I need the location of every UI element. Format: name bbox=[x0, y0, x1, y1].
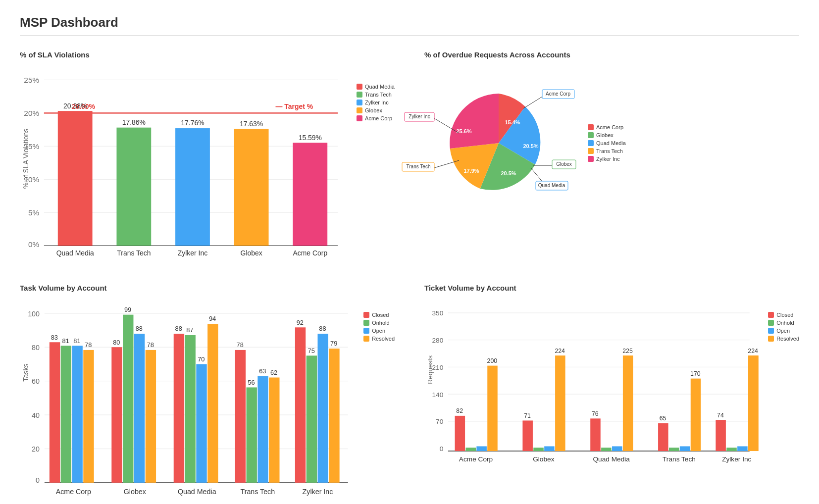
ticket-bar-globex-open bbox=[544, 446, 555, 451]
ticket-bar-quad-closed bbox=[590, 418, 601, 451]
task-chart-title: Task Volume by Account bbox=[20, 284, 395, 292]
ticket-bar-acme-open bbox=[476, 446, 487, 451]
svg-text:20: 20 bbox=[32, 445, 40, 453]
ticket-bar-globex-onhold bbox=[533, 448, 544, 451]
task-bar-zylker-resolved bbox=[329, 349, 339, 483]
svg-text:15.59%: 15.59% bbox=[299, 134, 322, 142]
legend-task-closed: Closed bbox=[363, 312, 395, 318]
svg-text:Globex: Globex bbox=[556, 161, 572, 167]
task-bar-quad-closed bbox=[174, 334, 184, 483]
sla-bar-chart: 25% 20% 15% 10% 5% 0% % of SLA Violation… bbox=[20, 69, 352, 262]
svg-text:5%: 5% bbox=[28, 208, 40, 217]
legend-overdue-trans-tech: Trans Tech bbox=[588, 148, 626, 154]
task-bar-chart: Tasks 100 80 60 40 20 0 bbox=[20, 302, 358, 500]
svg-text:Trans Tech: Trans Tech bbox=[407, 164, 431, 169]
task-bar-zylker-closed bbox=[295, 327, 306, 483]
ticket-bar-acme-resolved bbox=[487, 365, 498, 451]
svg-text:Quad Media: Quad Media bbox=[178, 488, 216, 496]
task-bar-acme-resolved bbox=[83, 350, 94, 483]
legend-quad-media: Quad Media bbox=[357, 84, 395, 90]
bar-zylker-inc bbox=[175, 128, 210, 246]
svg-text:65: 65 bbox=[660, 415, 666, 422]
svg-text:81: 81 bbox=[62, 337, 69, 345]
dashboard: MSP Dashboard % of SLA Violations 25% 20… bbox=[0, 0, 819, 504]
svg-text:Zylker Inc: Zylker Inc bbox=[178, 249, 207, 257]
svg-text:Acme Corp: Acme Corp bbox=[459, 455, 493, 462]
task-bar-trans-onhold bbox=[247, 387, 257, 482]
svg-text:100: 100 bbox=[28, 309, 40, 317]
task-bar-globex-closed bbox=[111, 347, 122, 483]
task-bar-trans-closed bbox=[235, 350, 246, 483]
svg-text:79: 79 bbox=[330, 340, 337, 347]
svg-text:350: 350 bbox=[432, 309, 444, 317]
overdue-pie-chart: 15.4% 20.5% 20.5% 17.9% 25.6% Acme Corp bbox=[424, 69, 573, 217]
legend-task-resolved: Resolved bbox=[363, 336, 395, 342]
task-bar-quad-resolved bbox=[207, 324, 218, 483]
task-bar-globex-onhold bbox=[123, 315, 133, 483]
ticket-bar-quad-onhold bbox=[601, 448, 612, 451]
task-legend: Closed Onhold Open Resolved bbox=[363, 312, 395, 342]
task-bar-acme-closed bbox=[50, 342, 60, 483]
svg-text:25.6%: 25.6% bbox=[456, 128, 471, 134]
task-bar-globex-resolved bbox=[146, 350, 156, 483]
task-bar-zylker-open bbox=[317, 334, 328, 483]
svg-text:80: 80 bbox=[32, 344, 40, 352]
svg-text:20.38%: 20.38% bbox=[63, 102, 87, 110]
ticket-bar-globex-resolved bbox=[555, 355, 565, 451]
pie-zylker-inc bbox=[450, 94, 499, 149]
svg-text:71: 71 bbox=[524, 412, 531, 419]
legend-overdue-globex: Globex bbox=[588, 132, 626, 138]
svg-text:Quad Media: Quad Media bbox=[56, 249, 94, 257]
svg-text:83: 83 bbox=[51, 333, 58, 341]
svg-text:99: 99 bbox=[124, 306, 131, 313]
svg-text:70: 70 bbox=[436, 418, 444, 425]
task-bar-acme-open bbox=[72, 346, 82, 483]
task-bar-quad-open bbox=[196, 364, 206, 482]
svg-text:25%: 25% bbox=[24, 76, 39, 84]
legend-zylker-inc: Zylker Inc bbox=[357, 100, 395, 105]
svg-text:Zylker Inc: Zylker Inc bbox=[303, 488, 333, 496]
svg-text:224: 224 bbox=[555, 347, 565, 354]
svg-text:224: 224 bbox=[748, 347, 758, 354]
svg-text:Tasks: Tasks bbox=[22, 363, 30, 381]
legend-task-onhold: Onhold bbox=[363, 320, 395, 326]
svg-text:Acme Corp: Acme Corp bbox=[546, 91, 570, 97]
ticket-bar-trans-resolved bbox=[691, 378, 701, 451]
svg-text:20.5%: 20.5% bbox=[501, 170, 516, 176]
svg-text:88: 88 bbox=[319, 325, 326, 332]
svg-text:Acme Corp: Acme Corp bbox=[56, 488, 91, 496]
svg-text:75: 75 bbox=[308, 347, 315, 354]
bar-globex bbox=[234, 129, 269, 246]
ticket-bar-quad-resolved bbox=[623, 355, 633, 451]
svg-text:88: 88 bbox=[175, 325, 182, 332]
svg-text:17.63%: 17.63% bbox=[240, 120, 263, 128]
legend-task-open: Open bbox=[363, 328, 395, 334]
svg-text:17.76%: 17.76% bbox=[181, 119, 204, 127]
svg-text:56: 56 bbox=[248, 379, 255, 386]
svg-text:15.4%: 15.4% bbox=[505, 119, 520, 125]
svg-text:Globex: Globex bbox=[124, 488, 146, 496]
svg-text:40: 40 bbox=[32, 411, 40, 419]
legend-ticket-resolved: Resolved bbox=[768, 336, 799, 342]
ticket-bar-zylker-onhold bbox=[726, 448, 737, 451]
page-title: MSP Dashboard bbox=[20, 15, 799, 30]
ticket-bar-zylker-closed bbox=[716, 420, 726, 451]
svg-text:0: 0 bbox=[440, 445, 444, 453]
svg-text:Quad Media: Quad Media bbox=[538, 183, 565, 188]
svg-text:Trans Tech: Trans Tech bbox=[240, 488, 275, 496]
svg-text:81: 81 bbox=[73, 337, 80, 345]
task-bar-trans-resolved bbox=[269, 377, 279, 482]
svg-text:80: 80 bbox=[113, 338, 120, 346]
svg-text:280: 280 bbox=[432, 337, 444, 344]
svg-text:170: 170 bbox=[690, 370, 701, 377]
ticket-bar-chart: Requests 350 280 210 140 70 0 bbox=[424, 302, 763, 492]
svg-text:200: 200 bbox=[487, 357, 498, 364]
svg-text:62: 62 bbox=[270, 369, 277, 376]
svg-line-37 bbox=[531, 168, 543, 183]
svg-text:— Target %: — Target % bbox=[276, 102, 313, 110]
svg-text:Acme Corp: Acme Corp bbox=[293, 249, 327, 257]
svg-text:140: 140 bbox=[432, 391, 444, 398]
legend-ticket-closed: Closed bbox=[768, 312, 799, 318]
svg-text:Zylker Inc: Zylker Inc bbox=[722, 455, 751, 462]
sla-chart-section: % of SLA Violations 25% 20% 15% 10% 5% 0… bbox=[20, 50, 395, 264]
